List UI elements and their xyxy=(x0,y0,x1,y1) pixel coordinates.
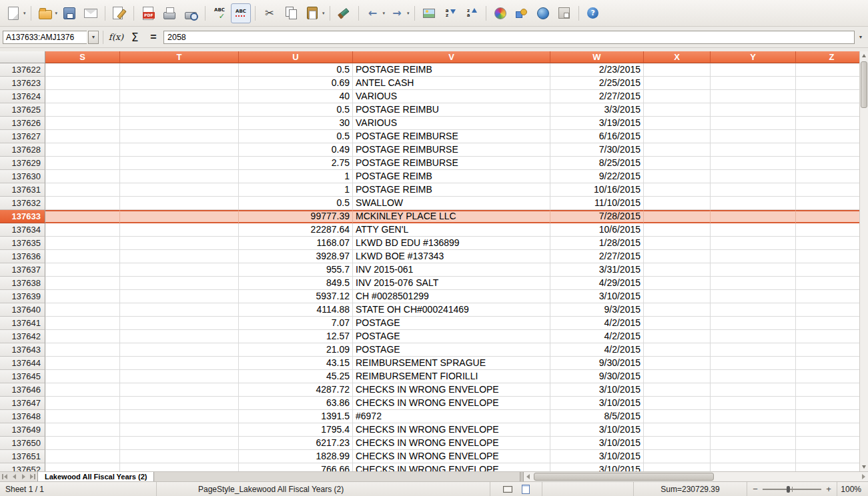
cell-V137652[interactable]: CHECKS IN WRONG ENVELOPE xyxy=(353,463,550,471)
cell-Y137636[interactable] xyxy=(711,250,796,263)
cell-S137622[interactable] xyxy=(45,63,120,77)
cell-S137638[interactable] xyxy=(45,277,120,290)
cell-V137624[interactable]: VARIOUS xyxy=(353,90,550,103)
row-header-137629[interactable]: 137629 xyxy=(0,157,45,170)
cell-X137639[interactable] xyxy=(644,290,711,303)
cell-Z137623[interactable] xyxy=(796,77,868,90)
cell-S137642[interactable] xyxy=(45,330,120,343)
cell-W137627[interactable]: 6/16/2015 xyxy=(550,130,644,143)
zoom-level-indicator[interactable]: 100% xyxy=(837,482,868,496)
cell-Z137637[interactable] xyxy=(796,263,868,277)
cell-T137641[interactable] xyxy=(120,317,239,330)
cell-X137627[interactable] xyxy=(644,130,711,143)
row-header-137651[interactable]: 137651 xyxy=(0,450,45,463)
cell-U137636[interactable]: 3928.97 xyxy=(239,250,353,263)
row-header-137642[interactable]: 137642 xyxy=(0,330,45,343)
cell-S137635[interactable] xyxy=(45,237,120,250)
new-document-button[interactable] xyxy=(3,3,23,23)
cell-Y137640[interactable] xyxy=(711,303,796,317)
row-header-137639[interactable]: 137639 xyxy=(0,290,45,303)
undo-button[interactable] xyxy=(363,3,383,23)
cell-W137647[interactable]: 3/10/2015 xyxy=(550,397,644,410)
cell-T137648[interactable] xyxy=(120,410,239,423)
cell-S137640[interactable] xyxy=(45,303,120,317)
cell-Z137649[interactable] xyxy=(796,423,868,437)
cell-V137641[interactable]: POSTAGE xyxy=(353,317,550,330)
cell-Z137635[interactable] xyxy=(796,237,868,250)
cell-W137633[interactable]: 7/28/2015 xyxy=(550,210,644,223)
cell-Y137630[interactable] xyxy=(711,170,796,183)
cell-W137637[interactable]: 3/31/2015 xyxy=(550,263,644,277)
cell-U137627[interactable]: 0.5 xyxy=(239,130,353,143)
cell-T137652[interactable] xyxy=(120,463,239,471)
cell-T137622[interactable] xyxy=(120,63,239,77)
cell-Y137626[interactable] xyxy=(711,117,796,130)
scroll-down-button[interactable] xyxy=(860,463,868,471)
cell-Z137646[interactable] xyxy=(796,383,868,397)
cell-V137651[interactable]: CHECKS IN WRONG ENVELOPE xyxy=(353,450,550,463)
cell-Z137648[interactable] xyxy=(796,410,868,423)
cell-T137632[interactable] xyxy=(120,197,239,210)
cell-W137626[interactable]: 3/19/2015 xyxy=(550,117,644,130)
cell-Z137633[interactable] xyxy=(796,210,868,223)
cell-S137651[interactable] xyxy=(45,450,120,463)
cell-T137644[interactable] xyxy=(120,357,239,370)
row-header-137625[interactable]: 137625 xyxy=(0,103,45,117)
row-header-137622[interactable]: 137622 xyxy=(0,63,45,77)
cell-X137631[interactable] xyxy=(644,183,711,197)
cell-T137649[interactable] xyxy=(120,423,239,437)
cell-Y137627[interactable] xyxy=(711,130,796,143)
cell-Y137629[interactable] xyxy=(711,157,796,170)
cell-T137635[interactable] xyxy=(120,237,239,250)
cell-X137647[interactable] xyxy=(644,397,711,410)
cell-V137638[interactable]: INV 2015-076 SALT xyxy=(353,277,550,290)
cell-T137642[interactable] xyxy=(120,330,239,343)
cell-X137626[interactable] xyxy=(644,117,711,130)
column-header-W[interactable]: W xyxy=(550,51,644,63)
sheet-tab-active[interactable]: Lakewood All Fiscal Years (2) xyxy=(37,472,154,481)
column-header-X[interactable]: X xyxy=(644,51,711,63)
cell-U137632[interactable]: 0.5 xyxy=(239,197,353,210)
cell-Y137628[interactable] xyxy=(711,143,796,157)
cell-T137628[interactable] xyxy=(120,143,239,157)
document-modified-icon[interactable] xyxy=(522,485,530,494)
cell-Y137645[interactable] xyxy=(711,370,796,383)
cell-Z137622[interactable] xyxy=(796,63,868,77)
cell-X137623[interactable] xyxy=(644,77,711,90)
cell-Y137632[interactable] xyxy=(711,197,796,210)
row-header-137649[interactable]: 137649 xyxy=(0,423,45,437)
cell-T137638[interactable] xyxy=(120,277,239,290)
cell-Z137643[interactable] xyxy=(796,343,868,357)
cell-V137640[interactable]: STATE OH CH#000241469 xyxy=(353,303,550,317)
cell-W137629[interactable]: 8/25/2015 xyxy=(550,157,644,170)
row-header-137640[interactable]: 137640 xyxy=(0,303,45,317)
cell-Y137639[interactable] xyxy=(711,290,796,303)
cell-V137622[interactable]: POSTAGE REIMB xyxy=(353,63,550,77)
cell-T137650[interactable] xyxy=(120,437,239,450)
print-preview-button[interactable] xyxy=(181,3,201,23)
cell-X137628[interactable] xyxy=(644,143,711,157)
column-header-Y[interactable]: Y xyxy=(711,51,796,63)
cell-X137642[interactable] xyxy=(644,330,711,343)
name-box-dropdown-button[interactable]: ▼ xyxy=(88,31,99,44)
spelling-button[interactable] xyxy=(209,3,230,23)
cell-Z137625[interactable] xyxy=(796,103,868,117)
cell-Z137629[interactable] xyxy=(796,157,868,170)
row-header-137638[interactable]: 137638 xyxy=(0,277,45,290)
new-document-dropdown-arrow[interactable]: ▾ xyxy=(23,11,26,16)
row-header-137648[interactable]: 137648 xyxy=(0,410,45,423)
column-header-T[interactable]: T xyxy=(120,51,239,63)
zoom-in-button[interactable]: + xyxy=(825,484,833,494)
cell-V137645[interactable]: REIMBURSEMENT FIORILLI xyxy=(353,370,550,383)
cell-Y137647[interactable] xyxy=(711,397,796,410)
cell-W137640[interactable]: 9/3/2015 xyxy=(550,303,644,317)
cell-W137648[interactable]: 8/5/2015 xyxy=(550,410,644,423)
row-header-137626[interactable]: 137626 xyxy=(0,117,45,130)
cell-Y137638[interactable] xyxy=(711,277,796,290)
cell-Z137641[interactable] xyxy=(796,317,868,330)
row-header-137630[interactable]: 137630 xyxy=(0,170,45,183)
column-header-Z[interactable]: Z xyxy=(796,51,868,63)
cell-Z137634[interactable] xyxy=(796,223,868,237)
row-header-137647[interactable]: 137647 xyxy=(0,397,45,410)
cell-U137635[interactable]: 1168.07 xyxy=(239,237,353,250)
